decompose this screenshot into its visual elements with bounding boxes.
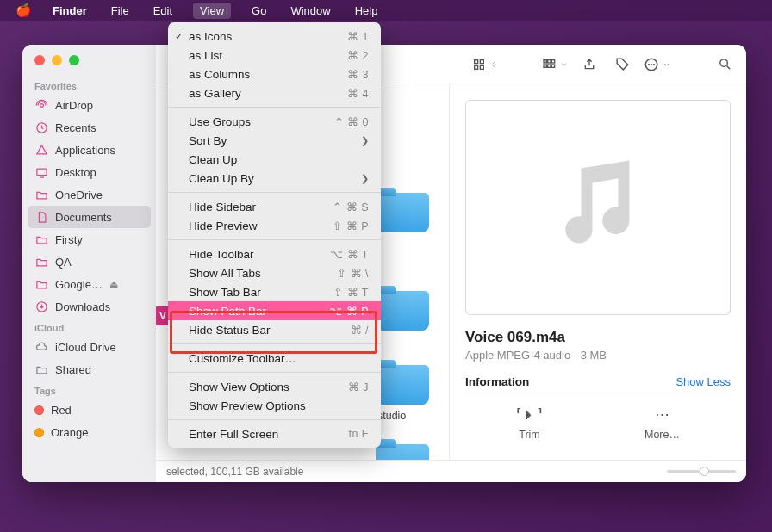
menubar-view[interactable]: View	[193, 3, 231, 19]
sidebar-item-airdrop[interactable]: AirDrop	[22, 94, 156, 116]
sidebar-item-recents[interactable]: Recents	[22, 116, 156, 139]
menu-item-as-list[interactable]: as List ⌘ 2	[168, 46, 381, 65]
menubar-app[interactable]: Finder	[49, 3, 90, 19]
menu-separator	[168, 419, 381, 420]
share-button[interactable]	[578, 53, 601, 76]
sidebar-item-google[interactable]: Google… ⏏	[22, 273, 156, 295]
folder-icon[interactable]	[376, 193, 429, 232]
menu-separator	[168, 107, 381, 108]
tags-button[interactable]	[611, 53, 633, 76]
more-action[interactable]: ⋯ More…	[644, 405, 680, 441]
menubar-help[interactable]: Help	[352, 3, 382, 19]
sidebar-item-onedrive[interactable]: OneDrive	[22, 183, 156, 206]
sidebar-item-shared[interactable]: Shared	[22, 358, 156, 380]
slider-knob[interactable]	[700, 467, 709, 476]
folder-icon[interactable]	[376, 444, 429, 460]
music-note-icon	[542, 143, 654, 272]
downloads-icon	[34, 300, 48, 313]
chevron-right-icon: ❯	[361, 135, 369, 146]
menu-item-show-view-options[interactable]: Show View Options ⌘ J	[168, 377, 381, 396]
show-less-link[interactable]: Show Less	[676, 375, 731, 388]
svg-rect-10	[551, 59, 554, 62]
folder-icon[interactable]	[376, 291, 429, 331]
svg-rect-7	[480, 65, 483, 69]
menu-item-as-icons[interactable]: ✓ as Icons ⌘ 1	[168, 27, 381, 46]
icon-size-slider[interactable]	[667, 470, 736, 473]
menu-item-hide-status-bar[interactable]: Hide Status Bar ⌘ /	[168, 320, 381, 339]
menu-separator	[168, 192, 381, 193]
apple-menu-icon[interactable]: 🍎	[16, 3, 32, 18]
chevron-right-icon: ❯	[361, 173, 369, 184]
status-text: selected, 100,11 GB available	[166, 466, 667, 478]
more-actions-button[interactable]	[644, 57, 670, 72]
menu-item-as-columns[interactable]: as Columns ⌘ 3	[168, 65, 381, 84]
sidebar-item-icloud-drive[interactable]: iCloud Drive	[22, 336, 156, 358]
menu-item-clean-up[interactable]: Clean Up	[168, 150, 381, 169]
menu-separator	[168, 239, 381, 240]
menu-item-enter-full-screen[interactable]: Enter Full Screen fn F	[168, 424, 381, 443]
menu-item-as-gallery[interactable]: as Gallery ⌘ 4	[168, 84, 381, 102]
tag-dot-icon	[34, 405, 44, 415]
menu-item-show-path-bar[interactable]: Show Path Bar ⌥ ⌘ P	[168, 301, 381, 320]
sidebar-heading-icloud: iCloud	[22, 318, 156, 336]
sidebar-item-firsty[interactable]: Firsty	[22, 228, 156, 251]
svg-rect-2	[36, 169, 46, 176]
close-button[interactable]	[34, 55, 45, 65]
svg-point-17	[654, 64, 655, 65]
sidebar-item-label: OneDrive	[55, 189, 103, 201]
view-menu-dropdown: ✓ as Icons ⌘ 1 as List ⌘ 2 as Columns ⌘ …	[168, 22, 381, 448]
sidebar-item-downloads[interactable]: Downloads	[22, 295, 156, 318]
menubar-file[interactable]: File	[108, 3, 133, 19]
menubar: 🍎 Finder File Edit View Go Window Help	[0, 0, 772, 21]
folder-icon	[34, 188, 48, 201]
sidebar-item-label: iCloud Drive	[55, 341, 116, 354]
menu-item-show-all-tabs[interactable]: Show All Tabs ⇧ ⌘ \	[168, 263, 381, 282]
sidebar: Favorites AirDrop Recents Applications D…	[22, 45, 156, 482]
check-icon: ✓	[175, 31, 183, 42]
minimize-button[interactable]	[52, 55, 62, 65]
svg-rect-9	[548, 59, 551, 62]
menu-item-clean-up-by[interactable]: Clean Up By ❯	[168, 169, 381, 188]
sidebar-item-applications[interactable]: Applications	[22, 139, 156, 161]
menu-item-hide-toolbar[interactable]: Hide Toolbar ⌥ ⌘ T	[168, 244, 381, 263]
search-button[interactable]	[713, 53, 736, 76]
view-mode-picker[interactable]	[471, 58, 498, 71]
sidebar-item-qa[interactable]: QA	[22, 251, 156, 273]
svg-rect-6	[475, 65, 478, 69]
svg-rect-4	[475, 59, 478, 63]
menubar-edit[interactable]: Edit	[150, 3, 176, 19]
tag-dot-icon	[34, 428, 44, 437]
folder-icon[interactable]	[376, 365, 429, 405]
eject-icon[interactable]: ⏏	[109, 279, 118, 290]
svg-point-16	[651, 64, 652, 65]
menu-item-hide-preview[interactable]: Hide Preview ⇧ ⌘ P	[168, 216, 381, 235]
menu-item-use-groups[interactable]: Use Groups ⌃ ⌘ 0	[168, 112, 381, 131]
sidebar-item-label: Orange	[51, 426, 88, 439]
zoom-button[interactable]	[69, 55, 79, 65]
sidebar-tag-orange[interactable]: Orange	[22, 421, 156, 443]
sidebar-item-label: AirDrop	[55, 99, 93, 112]
menu-item-customize-toolbar[interactable]: Customize Toolbar…	[168, 349, 381, 368]
menu-item-sort-by[interactable]: Sort By ❯	[168, 131, 381, 150]
sidebar-heading-favorites: Favorites	[22, 76, 156, 94]
airdrop-icon	[34, 98, 48, 112]
menubar-go[interactable]: Go	[248, 3, 270, 19]
sidebar-tag-red[interactable]: Red	[22, 399, 156, 421]
window-controls	[22, 55, 156, 76]
menubar-window[interactable]: Window	[287, 3, 333, 19]
menu-item-show-tab-bar[interactable]: Show Tab Bar ⇧ ⌘ T	[168, 282, 381, 301]
preview-info-label: Information	[465, 375, 529, 388]
menu-item-hide-sidebar[interactable]: Hide Sidebar ⌃ ⌘ S	[168, 197, 381, 216]
svg-rect-11	[544, 65, 546, 67]
sidebar-item-desktop[interactable]: Desktop	[22, 161, 156, 183]
menu-separator	[168, 343, 381, 344]
trim-icon: ⸢⏵⸣	[516, 405, 543, 424]
action-label: More…	[644, 429, 680, 441]
sidebar-item-label: Documents	[55, 211, 112, 224]
trim-action[interactable]: ⸢⏵⸣ Trim	[516, 405, 543, 441]
sidebar-item-documents[interactable]: Documents	[28, 206, 151, 228]
folder-icon	[34, 255, 48, 269]
menu-item-show-preview-options[interactable]: Show Preview Options	[168, 396, 381, 415]
svg-point-18	[719, 59, 727, 67]
group-by-button[interactable]	[541, 58, 568, 71]
